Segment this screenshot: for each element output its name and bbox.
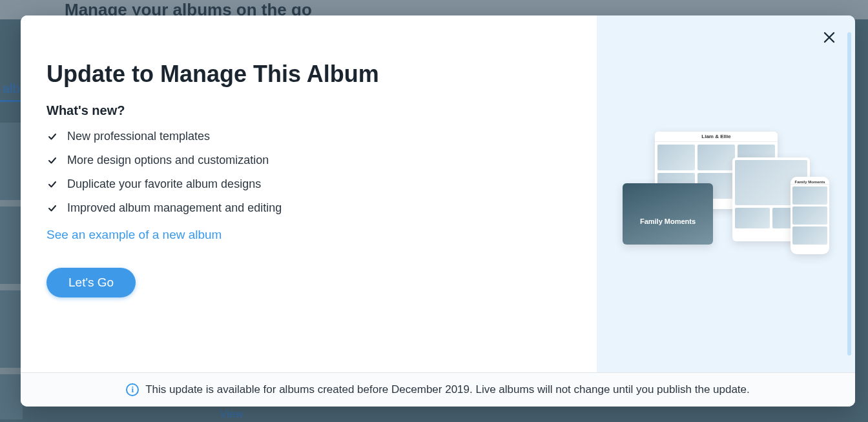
modal-subtitle: What's new? (46, 103, 571, 118)
modal-body: Update to Manage This Album What's new? … (21, 15, 855, 372)
photo-placeholder (792, 186, 827, 205)
update-album-modal: Update to Manage This Album What's new? … (21, 15, 855, 407)
preview-card-mobile: Family Moments (790, 177, 829, 254)
modal-illustration-panel: Liam & Ellie (597, 15, 855, 372)
photo-placeholder (735, 208, 770, 228)
close-icon (823, 31, 836, 44)
preview-title: Liam & Ellie (655, 132, 778, 142)
modal-content: Update to Manage This Album What's new? … (21, 15, 597, 372)
info-icon: i (126, 383, 139, 396)
close-button[interactable] (818, 26, 841, 49)
photo-placeholder (792, 206, 827, 225)
feature-item: Improved album management and editing (46, 201, 571, 215)
photo-placeholder (657, 145, 695, 170)
photo-placeholder (792, 226, 827, 245)
lets-go-button[interactable]: Let's Go (46, 268, 136, 297)
preview-phone-title: Family Moments (790, 177, 829, 185)
modal-title: Update to Manage This Album (46, 61, 571, 88)
album-preview-illustration: Liam & Ellie (623, 132, 829, 261)
check-icon (46, 155, 58, 166)
preview-card-cover: Family Moments (623, 183, 713, 245)
feature-text: Improved album management and editing (67, 201, 282, 215)
check-icon (46, 203, 58, 214)
feature-text: Duplicate your favorite album designs (67, 177, 261, 191)
check-icon (46, 131, 58, 143)
scrollbar[interactable] (847, 32, 851, 356)
feature-text: More design options and customization (67, 154, 269, 167)
modal-footer: i This update is available for albums cr… (21, 372, 855, 407)
feature-item: More design options and customization (46, 154, 571, 167)
feature-list: New professional templates More design o… (46, 130, 571, 215)
check-icon (46, 179, 58, 190)
feature-item: New professional templates (46, 130, 571, 143)
example-link[interactable]: See an example of a new album (46, 228, 222, 242)
footer-note: This update is available for albums crea… (145, 383, 750, 396)
photo-placeholder (698, 145, 735, 170)
feature-item: Duplicate your favorite album designs (46, 177, 571, 191)
feature-text: New professional templates (67, 130, 210, 143)
preview-caption: Family Moments (640, 217, 696, 225)
